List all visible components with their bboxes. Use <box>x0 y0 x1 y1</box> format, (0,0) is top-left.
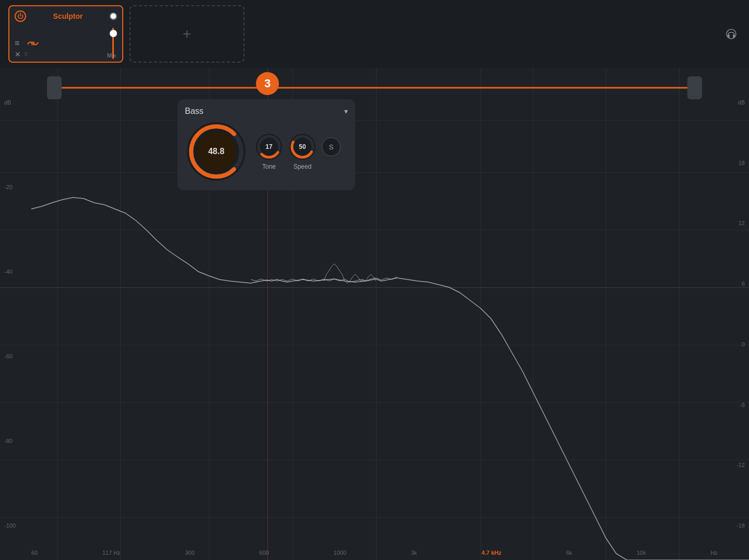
power-button[interactable]: ⏻ <box>15 10 26 22</box>
x-label-117hz: 117 Hz <box>102 550 121 556</box>
speed-knob[interactable]: 50 <box>288 133 317 161</box>
dots-icon: ⠿ <box>24 52 28 57</box>
speed-knob-container: 50 Speed <box>288 133 317 170</box>
y-r-n12: -12 <box>736 462 745 468</box>
y-label-db: dB <box>4 99 16 106</box>
y-label-m100: -100 <box>4 522 16 529</box>
y-r-6: 6 <box>736 281 745 287</box>
y-r-12: 12 <box>736 220 745 226</box>
y-r-db: dB <box>736 99 745 106</box>
main-knob-value: 48.8 <box>208 147 224 156</box>
x-label-3k: 3k <box>411 550 417 556</box>
x-label-6k: 6k <box>566 550 572 556</box>
menu-icon[interactable]: ≡ <box>15 39 19 48</box>
y-label-m40: -40 <box>4 269 16 275</box>
y-r-n6: -6 <box>736 402 745 408</box>
y-r-18: 18 <box>736 160 745 166</box>
range-handle-left[interactable] <box>47 76 62 99</box>
analyzer: 3 Bass ▾ 48.8 <box>0 68 749 560</box>
x-label-10k: 10k <box>637 550 646 556</box>
range-handle-right[interactable] <box>687 76 702 99</box>
top-bar: ⏻ Sculptor ≡ ✕ ⠿ Mix + <box>0 0 749 68</box>
close-icon[interactable]: ✕ <box>15 50 21 59</box>
tone-label: Tone <box>262 163 276 170</box>
band-popup: Bass ▾ 48.8 <box>178 99 355 190</box>
plugin-knob-icon <box>25 37 41 50</box>
speed-label: Speed <box>294 163 312 170</box>
y-r-n18: -18 <box>736 522 745 529</box>
svg-rect-3 <box>733 34 735 38</box>
plugin-dot <box>110 13 117 20</box>
add-icon: + <box>183 26 191 42</box>
main-knob[interactable]: 48.8 <box>185 120 248 183</box>
x-label-1000: 1000 <box>334 550 346 556</box>
y-r-0: 0 <box>736 341 745 347</box>
range-line <box>57 87 692 89</box>
x-label-4-7khz: 4.7 kHz <box>482 550 501 556</box>
fader-handle[interactable] <box>110 30 117 37</box>
tone-knob[interactable]: 17 <box>255 133 283 161</box>
power-icon: ⏻ <box>17 13 24 20</box>
y-label-m20: -20 <box>4 184 16 190</box>
speed-value: 50 <box>299 143 306 150</box>
x-label-60: 60 <box>31 550 38 556</box>
plugin-slot: ⏻ Sculptor ≡ ✕ ⠿ Mix <box>8 5 123 63</box>
band-type: Bass <box>185 107 204 116</box>
waveform-display <box>0 68 749 560</box>
y-axis-left: dB -20 -40 -60 -80 -100 <box>4 99 16 529</box>
tone-value: 17 <box>265 143 272 150</box>
y-axis-right: dB 18 12 6 0 -6 -12 -18 <box>736 99 745 529</box>
x-label-600: 600 <box>260 550 269 556</box>
x-label-hz: Hz <box>710 550 717 556</box>
mix-label: Mix <box>107 52 116 59</box>
add-slot[interactable]: + <box>130 5 244 63</box>
headphone-icon <box>725 28 737 40</box>
y-label-m80: -80 <box>4 438 16 444</box>
tone-knob-container: 17 Tone <box>255 133 283 170</box>
band-number: 3 <box>264 77 271 90</box>
headphone-button[interactable] <box>722 25 741 43</box>
solo-button[interactable]: S <box>322 137 341 156</box>
band-marker[interactable]: 3 <box>256 72 279 95</box>
svg-point-0 <box>31 41 35 45</box>
y-label-m60: -60 <box>4 353 16 359</box>
dropdown-button[interactable]: ▾ <box>344 107 348 115</box>
range-track <box>0 87 749 89</box>
svg-rect-2 <box>728 34 730 38</box>
x-axis: 60 117 Hz 300 600 1000 3k 4.7 kHz 6k 10k… <box>31 550 718 556</box>
solo-icon: S <box>329 143 334 151</box>
x-label-300: 300 <box>185 550 194 556</box>
plugin-name: Sculptor <box>53 12 83 20</box>
